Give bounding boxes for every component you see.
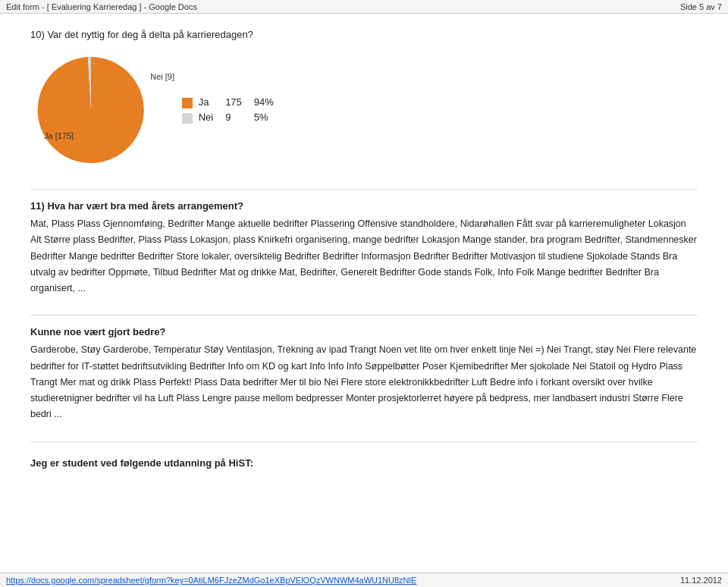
page-indicator: Side 5 av 7 — [680, 2, 722, 11]
window-title: Edit form - [ Evaluering Karrieredag ] -… — [6, 2, 197, 11]
could-better-block: Kunne noe vært gjort bedre? Garderobe, S… — [30, 326, 698, 422]
could-better-text: Garderobe, Støy Garderobe, Temperatur St… — [30, 342, 698, 422]
ja-count: 175 — [225, 95, 254, 110]
divider-1 — [30, 189, 698, 190]
pie-chart: Ja [175] Nei [9] — [30, 49, 152, 171]
chart-area: Ja [175] Nei [9] Ja 175 94% Nei — [30, 49, 698, 171]
legend-row-nei: Nei 9 5% — [182, 110, 286, 125]
footer-url[interactable]: https://docs.google.com/spreadsheet/gfor… — [6, 576, 416, 585]
could-better-title: Kunne noe vært gjort bedre? — [30, 326, 698, 337]
footer: https://docs.google.com/spreadsheet/gfor… — [0, 573, 728, 587]
top-bar: Edit form - [ Evaluering Karrieredag ] -… — [0, 0, 728, 14]
nei-label: Nei — [199, 111, 214, 123]
pie-ja-label: Ja [175] — [44, 131, 74, 140]
nei-color-swatch — [182, 113, 193, 124]
divider-2 — [30, 315, 698, 315]
question-10-block: 10) Var det nyttig for deg å delta på ka… — [30, 29, 698, 171]
divider-3 — [30, 441, 698, 442]
footer-date: 11.12.2012 — [680, 576, 722, 585]
nei-count: 9 — [225, 110, 254, 125]
question-11-title: 11) Hva har vært bra med årets arrangeme… — [30, 200, 698, 212]
student-block: Jeg er student ved følgende utdanning på… — [30, 457, 698, 469]
pie-nei-label: Nei [9] — [150, 72, 174, 81]
ja-color-swatch — [182, 98, 193, 108]
student-question-title: Jeg er student ved følgende utdanning på… — [30, 457, 698, 469]
legend-row-ja: Ja 175 94% — [182, 95, 286, 110]
main-content: 10) Var det nyttig for deg å delta på ka… — [0, 14, 728, 502]
legend-table: Ja 175 94% Nei 9 5% — [182, 95, 286, 124]
ja-pct: 94% — [254, 95, 286, 110]
question-11-block: 11) Hva har vært bra med årets arrangeme… — [30, 200, 698, 297]
question-11-text: Mat, Plass Plass Gjennomføing, Bedrifter… — [30, 216, 698, 297]
ja-label: Ja — [199, 96, 209, 108]
question-10-title: 10) Var det nyttig for deg å delta på ka… — [30, 29, 698, 40]
nei-pct: 5% — [254, 110, 286, 125]
